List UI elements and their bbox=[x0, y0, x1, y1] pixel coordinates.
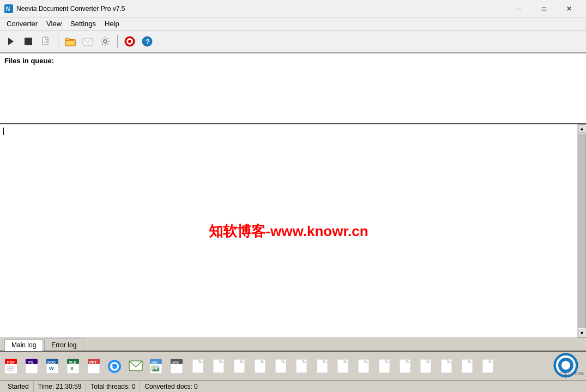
log-scrollbar: ▲ ▼ bbox=[577, 124, 586, 337]
svg-rect-68 bbox=[379, 359, 390, 373]
svg-rect-66 bbox=[358, 359, 369, 373]
toolbar: ? bbox=[0, 31, 586, 53]
format-icon-blank-9[interactable] bbox=[354, 355, 374, 377]
svg-text:?: ? bbox=[146, 38, 150, 46]
svg-text:e: e bbox=[111, 364, 113, 370]
target-button[interactable] bbox=[122, 34, 137, 49]
svg-rect-78 bbox=[482, 359, 493, 373]
scrollbar-thumb[interactable] bbox=[578, 134, 586, 328]
play-button[interactable] bbox=[3, 34, 19, 49]
svg-rect-54 bbox=[234, 359, 245, 373]
svg-text:PPT: PPT bbox=[89, 360, 97, 364]
log-content[interactable]: 知软博客-www.knowr.cn bbox=[0, 124, 577, 337]
format-icon-blank-2[interactable] bbox=[209, 355, 229, 377]
svg-rect-7 bbox=[65, 40, 75, 46]
svg-rect-50 bbox=[192, 359, 203, 373]
svg-rect-3 bbox=[43, 37, 48, 45]
corner-logo: JCBA123.COM bbox=[548, 353, 584, 378]
svg-text:XPS: XPS bbox=[172, 361, 179, 364]
new-doc-button[interactable] bbox=[38, 34, 53, 49]
format-icon-blank-12[interactable] bbox=[416, 355, 436, 377]
format-icon-xls[interactable]: XLS X bbox=[64, 355, 84, 377]
log-cursor bbox=[3, 128, 4, 135]
open-folder-button[interactable] bbox=[63, 34, 78, 49]
svg-text:DOC: DOC bbox=[47, 360, 56, 364]
svg-rect-52 bbox=[213, 359, 224, 373]
format-icon-xps[interactable]: XPS bbox=[168, 355, 188, 377]
svg-text:PS: PS bbox=[28, 360, 34, 364]
format-icon-pdf[interactable]: PDF bbox=[2, 355, 22, 377]
svg-text:W: W bbox=[49, 366, 54, 371]
status-time: Time: 21:30:59 bbox=[34, 381, 87, 392]
stop-button[interactable] bbox=[21, 34, 36, 49]
svg-rect-74 bbox=[441, 359, 452, 373]
help-button[interactable]: ? bbox=[140, 34, 155, 49]
scrollbar-down-arrow[interactable]: ▼ bbox=[578, 329, 587, 337]
app-icon: N bbox=[4, 4, 13, 13]
send-mail-button[interactable] bbox=[80, 34, 95, 49]
svg-rect-8 bbox=[65, 38, 69, 40]
status-converted: Converted docs: 0 bbox=[140, 381, 202, 392]
svg-point-46 bbox=[153, 366, 155, 369]
format-icon-blank-14[interactable] bbox=[458, 355, 478, 377]
format-icon-img[interactable]: IMG bbox=[147, 355, 167, 377]
log-area: 知软博客-www.knowr.cn ▲ ▼ bbox=[0, 124, 586, 337]
status-threads: Total threads: 0 bbox=[86, 381, 140, 392]
svg-rect-62 bbox=[317, 359, 328, 373]
corner-logo-container: JCBA123.COM bbox=[548, 353, 584, 379]
menu-view[interactable]: View bbox=[42, 19, 66, 29]
main-area: Files in queue: 知软博客-www.knowr.cn ▲ ▼ Ma… bbox=[0, 53, 586, 352]
window-title: Neevia Document Converter Pro v7.5 bbox=[16, 5, 506, 13]
maximize-button[interactable]: □ bbox=[531, 0, 557, 17]
format-bar: PDF PS DOC W bbox=[0, 352, 586, 380]
format-icon-ie[interactable]: e bbox=[106, 355, 125, 377]
format-icon-blank-13[interactable] bbox=[437, 355, 457, 377]
scrollbar-up-arrow[interactable]: ▲ bbox=[578, 124, 587, 133]
tab-main-log[interactable]: Main log bbox=[4, 339, 43, 351]
queue-label: Files in queue: bbox=[4, 57, 582, 65]
svg-rect-56 bbox=[255, 359, 265, 373]
svg-text:X: X bbox=[70, 366, 74, 371]
svg-text:JCBA123.COM: JCBA123.COM bbox=[558, 372, 584, 376]
format-icon-eml[interactable] bbox=[126, 355, 146, 377]
svg-text:PDF: PDF bbox=[7, 360, 15, 364]
menu-converter[interactable]: Converter bbox=[2, 19, 42, 29]
format-icon-ps[interactable]: PS bbox=[23, 355, 43, 377]
format-icon-blank-3[interactable] bbox=[230, 355, 250, 377]
format-icon-blank-11[interactable] bbox=[396, 355, 415, 377]
window-controls: ─ □ ✕ bbox=[506, 0, 582, 17]
svg-rect-70 bbox=[400, 359, 410, 373]
format-icon-doc[interactable]: DOC W bbox=[44, 355, 63, 377]
format-icon-blank-4[interactable] bbox=[251, 355, 270, 377]
svg-rect-72 bbox=[420, 359, 431, 373]
queue-panel: Files in queue: bbox=[0, 53, 586, 124]
menubar: Converter View Settings Help bbox=[0, 17, 586, 31]
format-icon-blank-5[interactable] bbox=[271, 355, 291, 377]
status-started: Started bbox=[3, 381, 34, 392]
svg-point-10 bbox=[104, 40, 107, 43]
minimize-button[interactable]: ─ bbox=[506, 0, 531, 17]
svg-rect-64 bbox=[337, 359, 348, 373]
format-icon-blank-8[interactable] bbox=[334, 355, 353, 377]
svg-point-83 bbox=[561, 361, 570, 370]
svg-text:N: N bbox=[6, 6, 10, 12]
format-icon-blank-15[interactable] bbox=[479, 355, 498, 377]
toolbar-separator-1 bbox=[58, 35, 58, 48]
tabs-bar: Main log Error log bbox=[0, 337, 586, 352]
format-icon-ppt[interactable]: PPT bbox=[85, 355, 105, 377]
close-button[interactable]: ✕ bbox=[557, 0, 582, 17]
toolbar-separator-2 bbox=[117, 35, 118, 48]
titlebar: N Neevia Document Converter Pro v7.5 ─ □… bbox=[0, 0, 586, 17]
menu-settings[interactable]: Settings bbox=[66, 19, 100, 29]
format-icon-blank-10[interactable] bbox=[375, 355, 395, 377]
menu-help[interactable]: Help bbox=[100, 19, 124, 29]
svg-text:IMG: IMG bbox=[152, 361, 158, 364]
settings-button[interactable] bbox=[98, 34, 113, 49]
format-icon-blank-7[interactable] bbox=[313, 355, 333, 377]
svg-text:XLS: XLS bbox=[69, 360, 76, 364]
statusbar: Started Time: 21:30:59 Total threads: 0 … bbox=[0, 380, 586, 392]
format-icon-blank-1[interactable] bbox=[189, 355, 208, 377]
format-icon-blank-6[interactable] bbox=[292, 355, 312, 377]
tab-error-log[interactable]: Error log bbox=[44, 339, 83, 351]
watermark: 知软博客-www.knowr.cn bbox=[209, 221, 368, 240]
